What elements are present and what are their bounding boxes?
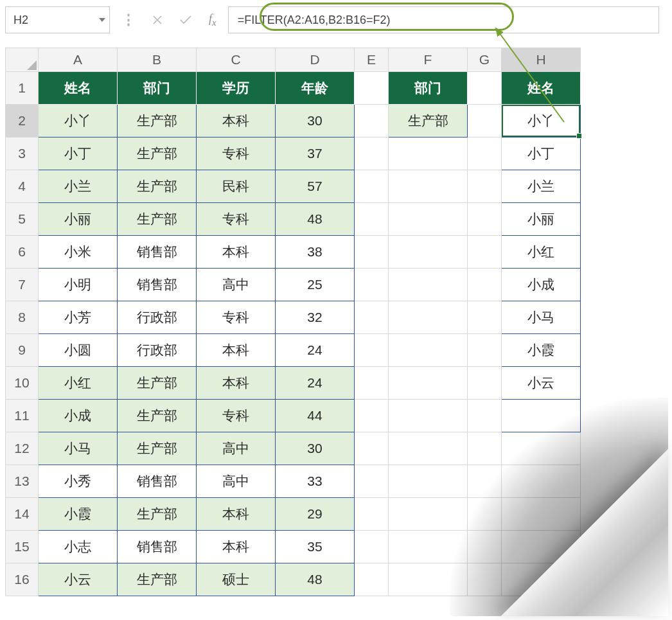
cell-B16[interactable]: 生产部 xyxy=(118,563,197,596)
cell-G12[interactable] xyxy=(468,432,502,465)
cell-D13[interactable]: 33 xyxy=(276,465,355,498)
fx-icon[interactable]: fx xyxy=(209,12,217,28)
cell-G15[interactable] xyxy=(468,531,502,563)
cell-G2[interactable] xyxy=(468,105,502,137)
col-header-C[interactable]: C xyxy=(197,48,276,72)
cell-G6[interactable] xyxy=(468,236,502,269)
cell-A9[interactable]: 小圆 xyxy=(39,334,118,367)
cell-F1[interactable]: 部门 xyxy=(389,72,468,105)
row-header-15[interactable]: 15 xyxy=(6,531,39,563)
cell-B1[interactable]: 部门 xyxy=(118,72,197,105)
cell-E10[interactable] xyxy=(355,367,389,400)
cell-F12[interactable] xyxy=(389,432,468,465)
cell-E12[interactable] xyxy=(355,432,389,465)
cell-H11[interactable] xyxy=(502,400,581,432)
cell-A8[interactable]: 小芳 xyxy=(39,301,118,334)
cell-A13[interactable]: 小秀 xyxy=(39,465,118,498)
cell-C11[interactable]: 专科 xyxy=(197,400,276,432)
cell-E11[interactable] xyxy=(355,400,389,432)
cell-D15[interactable]: 35 xyxy=(276,531,355,563)
cell-H9[interactable]: 小霞 xyxy=(502,334,581,367)
cell-B11[interactable]: 生产部 xyxy=(118,400,197,432)
col-header-B[interactable]: B xyxy=(118,48,197,72)
cell-A7[interactable]: 小明 xyxy=(39,269,118,301)
cell-C10[interactable]: 本科 xyxy=(197,367,276,400)
row-header-9[interactable]: 9 xyxy=(6,334,39,367)
cell-F2[interactable]: 生产部 xyxy=(389,105,468,137)
cell-A11[interactable]: 小成 xyxy=(39,400,118,432)
cell-B5[interactable]: 生产部 xyxy=(118,203,197,236)
row-header-4[interactable]: 4 xyxy=(6,170,39,203)
cell-C6[interactable]: 本科 xyxy=(197,236,276,269)
cell-C4[interactable]: 民科 xyxy=(197,170,276,203)
row-header-3[interactable]: 3 xyxy=(6,137,39,170)
cell-A12[interactable]: 小马 xyxy=(39,432,118,465)
cell-H2[interactable]: 小丫 xyxy=(502,105,581,137)
cell-G13[interactable] xyxy=(468,465,502,498)
cell-G14[interactable] xyxy=(468,498,502,531)
cell-G16[interactable] xyxy=(468,563,502,596)
cell-G10[interactable] xyxy=(468,367,502,400)
cell-B9[interactable]: 行政部 xyxy=(118,334,197,367)
cell-D12[interactable]: 30 xyxy=(276,432,355,465)
cell-G4[interactable] xyxy=(468,170,502,203)
cell-B2[interactable]: 生产部 xyxy=(118,105,197,137)
row-header-5[interactable]: 5 xyxy=(6,203,39,236)
cell-D8[interactable]: 32 xyxy=(276,301,355,334)
cell-E9[interactable] xyxy=(355,334,389,367)
cell-G5[interactable] xyxy=(468,203,502,236)
cell-G3[interactable] xyxy=(468,137,502,170)
cell-C2[interactable]: 本科 xyxy=(197,105,276,137)
cell-C8[interactable]: 专科 xyxy=(197,301,276,334)
cell-A2[interactable]: 小丫 xyxy=(39,105,118,137)
cell-B6[interactable]: 销售部 xyxy=(118,236,197,269)
cell-H13[interactable] xyxy=(502,465,581,498)
cell-F3[interactable] xyxy=(389,137,468,170)
row-header-16[interactable]: 16 xyxy=(6,563,39,596)
cell-H7[interactable]: 小成 xyxy=(502,269,581,301)
col-header-E[interactable]: E xyxy=(355,48,389,72)
cell-H3[interactable]: 小丁 xyxy=(502,137,581,170)
cell-E14[interactable] xyxy=(355,498,389,531)
cell-F5[interactable] xyxy=(389,203,468,236)
cell-H12[interactable] xyxy=(502,432,581,465)
cell-B3[interactable]: 生产部 xyxy=(118,137,197,170)
cell-A5[interactable]: 小丽 xyxy=(39,203,118,236)
cell-D11[interactable]: 44 xyxy=(276,400,355,432)
cell-F16[interactable] xyxy=(389,563,468,596)
cell-G11[interactable] xyxy=(468,400,502,432)
cell-F9[interactable] xyxy=(389,334,468,367)
cell-F4[interactable] xyxy=(389,170,468,203)
cell-A15[interactable]: 小志 xyxy=(39,531,118,563)
cell-E5[interactable] xyxy=(355,203,389,236)
cell-G8[interactable] xyxy=(468,301,502,334)
confirm-icon[interactable] xyxy=(179,15,192,25)
cell-B8[interactable]: 行政部 xyxy=(118,301,197,334)
row-header-7[interactable]: 7 xyxy=(6,269,39,301)
col-header-D[interactable]: D xyxy=(276,48,355,72)
cell-C16[interactable]: 硕士 xyxy=(197,563,276,596)
row-header-8[interactable]: 8 xyxy=(6,301,39,334)
select-all-corner[interactable] xyxy=(6,48,39,72)
cell-D9[interactable]: 24 xyxy=(276,334,355,367)
cell-E15[interactable] xyxy=(355,531,389,563)
cell-E3[interactable] xyxy=(355,137,389,170)
col-header-G[interactable]: G xyxy=(468,48,502,72)
more-icon[interactable]: ⋮ xyxy=(121,12,136,28)
cell-A4[interactable]: 小兰 xyxy=(39,170,118,203)
cell-D10[interactable]: 24 xyxy=(276,367,355,400)
cell-E6[interactable] xyxy=(355,236,389,269)
cell-H14[interactable] xyxy=(502,498,581,531)
cell-D16[interactable]: 48 xyxy=(276,563,355,596)
cell-D3[interactable]: 37 xyxy=(276,137,355,170)
row-header-2[interactable]: 2 xyxy=(6,105,39,137)
cancel-icon[interactable] xyxy=(152,15,163,25)
cell-E7[interactable] xyxy=(355,269,389,301)
cell-H6[interactable]: 小红 xyxy=(502,236,581,269)
row-header-1[interactable]: 1 xyxy=(6,72,39,105)
cell-F13[interactable] xyxy=(389,465,468,498)
cell-H4[interactable]: 小兰 xyxy=(502,170,581,203)
cell-F6[interactable] xyxy=(389,236,468,269)
cell-C3[interactable]: 专科 xyxy=(197,137,276,170)
cell-H15[interactable] xyxy=(502,531,581,563)
